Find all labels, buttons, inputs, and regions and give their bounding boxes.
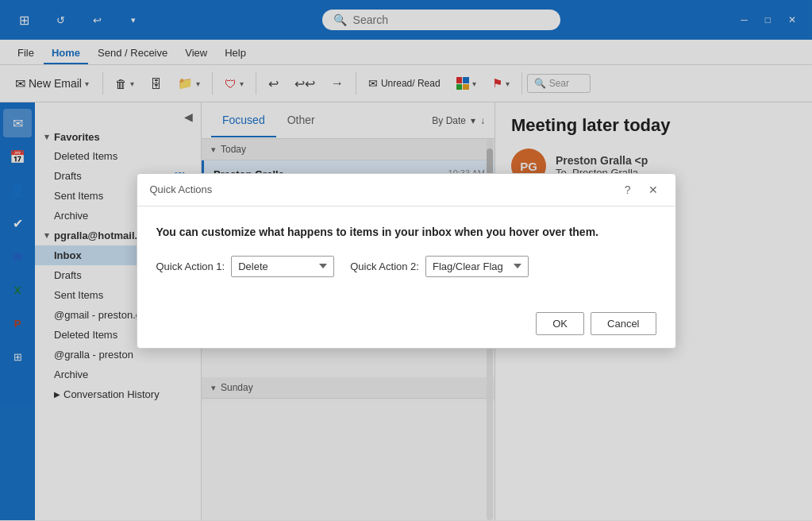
field2-select[interactable]: Flag/Clear Flag Delete Mark as Read Move… xyxy=(425,256,529,277)
ok-button[interactable]: OK xyxy=(536,312,584,335)
dialog-body: You can customize what happens to items … xyxy=(137,206,675,306)
field1-select[interactable]: Delete Flag/Clear Flag Mark as Read Move… xyxy=(231,256,334,277)
field1-label: Quick Action 1: xyxy=(156,260,225,272)
dialog-controls: ? ✕ xyxy=(620,182,663,198)
field2-label: Quick Action 2: xyxy=(350,260,419,272)
dialog-header: Quick Actions ? ✕ xyxy=(137,174,675,206)
dialog-footer: OK Cancel xyxy=(137,306,675,348)
dialog-fields: Quick Action 1: Delete Flag/Clear Flag M… xyxy=(156,256,656,277)
dialog-title: Quick Actions xyxy=(150,183,213,195)
dialog-message: You can customize what happens to items … xyxy=(156,226,656,238)
dialog-help-button[interactable]: ? xyxy=(620,182,636,198)
field-group-2: Quick Action 2: Flag/Clear Flag Delete M… xyxy=(350,256,529,277)
cancel-button[interactable]: Cancel xyxy=(591,312,656,335)
quick-actions-dialog: Quick Actions ? ✕ You can customize what… xyxy=(137,173,676,349)
dialog-close-button[interactable]: ✕ xyxy=(644,182,663,198)
dialog-overlay: Quick Actions ? ✕ You can customize what… xyxy=(0,0,812,521)
field-group-1: Quick Action 1: Delete Flag/Clear Flag M… xyxy=(156,256,335,277)
